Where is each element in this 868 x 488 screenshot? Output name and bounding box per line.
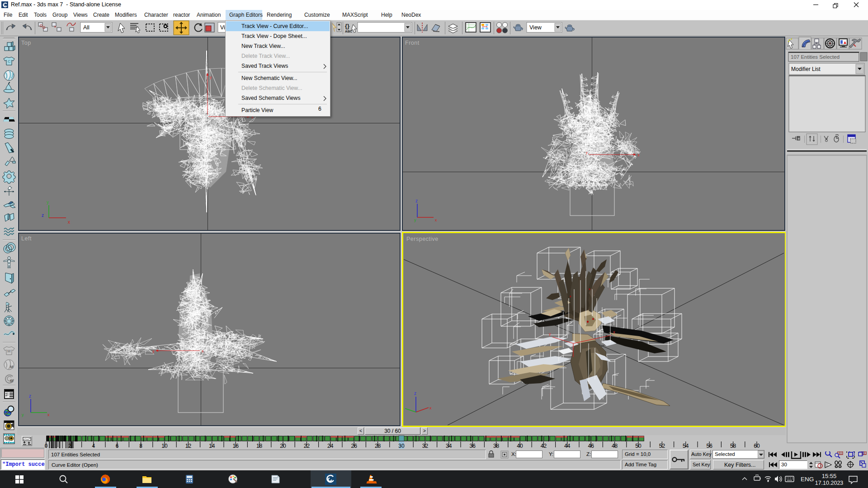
svg-text:52: 52	[659, 443, 665, 449]
svg-text:M: M	[7, 349, 11, 353]
svg-text:x: x	[613, 330, 615, 334]
svg-text:x: x	[435, 218, 437, 222]
svg-text:y: y	[414, 218, 416, 222]
svg-text:x: x	[429, 406, 432, 410]
svg-text:z: z	[414, 391, 416, 396]
svg-text:20: 20	[280, 443, 286, 449]
svg-text:x: x	[68, 220, 70, 225]
svg-text:44: 44	[564, 443, 571, 449]
svg-text:y: y	[210, 75, 212, 80]
svg-text:C: C	[8, 59, 11, 64]
svg-text:36: 36	[470, 443, 476, 449]
svg-text:56: 56	[707, 443, 713, 449]
svg-text:{}: {}	[345, 23, 349, 29]
svg-text:24: 24	[327, 443, 334, 449]
svg-text:8: 8	[139, 443, 142, 449]
svg-text:18: 18	[256, 443, 263, 449]
svg-text:Modifier List: Modifier List	[791, 66, 821, 72]
svg-text:38: 38	[493, 443, 500, 449]
svg-text:z: z	[42, 213, 44, 218]
svg-text:M: M	[10, 365, 14, 369]
svg-text:28: 28	[375, 443, 381, 449]
svg-text:40: 40	[517, 443, 523, 449]
svg-text:17.10.2023: 17.10.2023	[815, 480, 844, 486]
svg-text:All: All	[83, 24, 90, 31]
svg-text:30: 30	[398, 443, 405, 449]
svg-text:x: x	[47, 413, 50, 417]
svg-text:12: 12	[185, 443, 192, 449]
svg-text:M: M	[10, 379, 14, 383]
svg-text:y: y	[22, 413, 24, 417]
svg-text:16: 16	[233, 443, 239, 449]
svg-text:46: 46	[588, 443, 594, 449]
svg-text:50: 50	[635, 443, 642, 449]
svg-text:y: y	[549, 332, 551, 336]
svg-text:34: 34	[446, 443, 452, 449]
svg-text:60: 60	[754, 443, 760, 449]
svg-text:54: 54	[683, 443, 689, 449]
svg-text:22: 22	[304, 443, 310, 449]
svg-text:x: x	[202, 349, 204, 353]
svg-text:4: 4	[92, 443, 95, 449]
svg-text:14: 14	[209, 443, 215, 449]
svg-text:26: 26	[351, 443, 358, 449]
svg-text:y: y	[152, 349, 155, 353]
svg-text:View: View	[529, 24, 542, 31]
svg-text:y: y	[586, 150, 588, 155]
svg-text:z: z	[415, 198, 418, 203]
svg-text:ENG: ENG	[801, 476, 814, 483]
svg-text:6: 6	[116, 443, 119, 449]
svg-text:x: x	[637, 153, 640, 157]
svg-text:z: z	[29, 394, 31, 399]
svg-text:y: y	[47, 200, 49, 205]
svg-text:10: 10	[161, 443, 168, 449]
svg-text:2: 2	[68, 443, 71, 449]
svg-text:48: 48	[612, 443, 618, 449]
svg-text:15:55: 15:55	[822, 473, 837, 479]
svg-text:58: 58	[730, 443, 736, 449]
svg-text:107 Entities Selected: 107 Entities Selected	[791, 54, 840, 60]
svg-text:42: 42	[541, 443, 547, 449]
svg-text:32: 32	[422, 443, 429, 449]
